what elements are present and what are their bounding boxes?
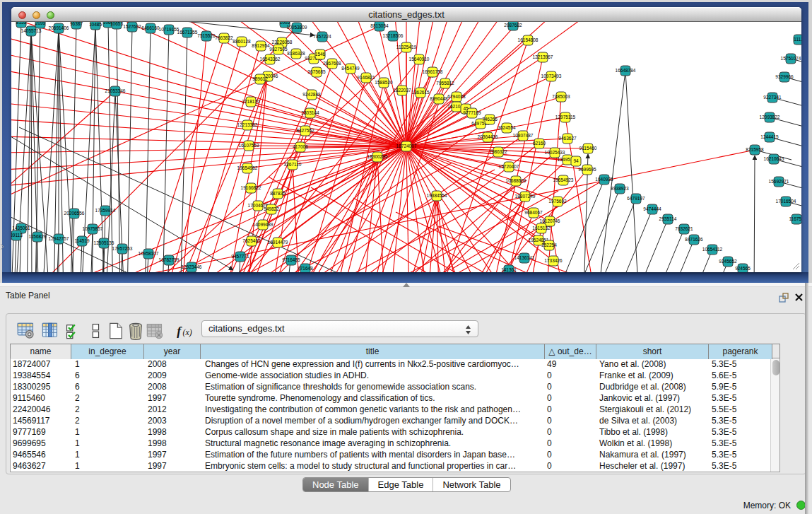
svg-text:2087682: 2087682: [504, 23, 522, 28]
svg-text:8215958: 8215958: [746, 147, 764, 152]
svg-text:94: 94: [573, 158, 579, 163]
svg-text:8454749: 8454749: [341, 66, 360, 71]
svg-text:10807487: 10807487: [513, 133, 534, 138]
svg-text:14055713: 14055713: [21, 28, 42, 33]
svg-text:15720407: 15720407: [499, 164, 519, 169]
svg-text:417006: 417006: [293, 144, 308, 149]
svg-text:1733426: 1733426: [544, 258, 563, 263]
svg-text:19654923: 19654923: [553, 177, 574, 182]
svg-text:12093822: 12093822: [760, 115, 780, 119]
svg-text:1435061: 1435061: [12, 226, 30, 230]
svg-text:15692971: 15692971: [769, 179, 789, 184]
svg-text:15640910: 15640910: [409, 57, 430, 62]
svg-text:15751074: 15751074: [781, 56, 801, 61]
svg-text:9684067: 9684067: [524, 210, 543, 215]
svg-text:8186328: 8186328: [287, 51, 305, 56]
svg-text:7663822: 7663822: [215, 35, 233, 40]
svg-text:13218506: 13218506: [383, 33, 404, 38]
svg-text:746266: 746266: [482, 117, 498, 122]
svg-text:9227341: 9227341: [763, 95, 782, 100]
svg-text:16961758: 16961758: [423, 69, 443, 74]
svg-text:3675685: 3675685: [307, 69, 326, 74]
svg-text:9699695: 9699695: [578, 167, 596, 172]
svg-text:1546: 1546: [315, 52, 326, 57]
svg-text:8813054: 8813054: [370, 23, 389, 28]
svg-text:2935114: 2935114: [659, 216, 677, 221]
svg-text:989612: 989612: [252, 76, 268, 81]
svg-text:18724007: 18724007: [396, 144, 417, 148]
svg-text:2099: 2099: [35, 22, 46, 25]
svg-text:12942757: 12942757: [49, 236, 69, 241]
svg-text:10688609: 10688609: [506, 178, 526, 183]
svg-text:887835: 887835: [270, 191, 286, 196]
svg-text:116753: 116753: [789, 216, 801, 221]
svg-text:16914479: 16914479: [268, 240, 288, 245]
svg-text:12213382: 12213382: [237, 122, 258, 127]
svg-text:19384554: 19384554: [427, 193, 447, 198]
svg-text:9777169: 9777169: [463, 110, 481, 115]
svg-text:1362615: 1362615: [411, 90, 430, 95]
svg-text:8471626: 8471626: [685, 237, 703, 242]
svg-text:10485: 10485: [89, 22, 102, 27]
svg-text:9716485: 9716485: [282, 257, 300, 262]
svg-text:8153: 8153: [16, 22, 27, 25]
svg-text:9827505: 9827505: [269, 47, 288, 52]
svg-text:16107553: 16107553: [239, 143, 259, 148]
svg-text:7857224: 7857224: [313, 34, 331, 39]
svg-text:12975115: 12975115: [555, 115, 576, 119]
svg-text:96387: 96387: [70, 22, 83, 26]
svg-text:1640935: 1640935: [595, 177, 613, 182]
svg-text:1112: 1112: [794, 37, 801, 42]
svg-text:9329966: 9329966: [775, 74, 794, 79]
svg-text:7485003: 7485003: [552, 94, 570, 99]
svg-text:1615132: 1615132: [532, 226, 551, 230]
svg-text:17359914: 17359914: [95, 208, 116, 213]
svg-text:14099489: 14099489: [253, 222, 273, 227]
svg-text:2867608: 2867608: [323, 61, 341, 66]
svg-text:1527602: 1527602: [123, 24, 141, 29]
svg-text:2718170: 2718170: [242, 99, 260, 104]
svg-text:12505135: 12505135: [94, 240, 114, 245]
svg-text:1588520: 1588520: [375, 80, 393, 85]
svg-text:10654112: 10654112: [702, 247, 723, 252]
svg-text:1822037: 1822037: [393, 88, 411, 93]
svg-text:10975857: 10975857: [83, 226, 103, 231]
svg-text:20364436: 20364436: [478, 134, 498, 139]
svg-text:16648784: 16648784: [616, 68, 636, 73]
svg-text:3624554: 3624554: [498, 125, 516, 130]
svg-text:19654982: 19654982: [237, 165, 258, 170]
svg-text:10958107: 10958107: [139, 251, 159, 256]
svg-text:20691406: 20691406: [49, 25, 69, 30]
svg-text:11325419: 11325419: [396, 45, 417, 49]
svg-text:17957253: 17957253: [112, 246, 133, 251]
svg-text:924565: 924565: [735, 266, 751, 271]
svg-text:9457771: 9457771: [231, 254, 249, 259]
svg-text:252254: 252254: [541, 243, 557, 247]
svg-text:8938923: 8938923: [611, 186, 629, 191]
svg-text:1975692: 1975692: [548, 199, 567, 204]
svg-text:6794028: 6794028: [447, 94, 466, 99]
svg-text:7955812: 7955812: [436, 81, 454, 86]
svg-text:8860128: 8860128: [233, 39, 251, 44]
svg-text:8427552: 8427552: [296, 128, 314, 133]
svg-text:14136141: 14136141: [514, 255, 535, 260]
svg-text:16120746: 16120746: [540, 218, 560, 223]
svg-text:549822: 549822: [264, 206, 279, 211]
svg-text:12213967: 12213967: [533, 54, 553, 59]
svg-text:39113: 39113: [11, 233, 23, 238]
svg-text:10719155: 10719155: [159, 27, 180, 32]
svg-text:62160: 62160: [533, 141, 546, 146]
svg-text:971648: 971648: [298, 266, 313, 271]
svg-text:10053809: 10053809: [287, 25, 307, 30]
svg-text:16543362: 16543362: [260, 57, 281, 62]
svg-text:9245652: 9245652: [719, 259, 737, 264]
svg-text:9463627: 9463627: [558, 136, 577, 141]
svg-text:10025433: 10025433: [545, 150, 565, 155]
svg-text:9146821: 9146821: [357, 75, 375, 80]
svg-text:10653: 10653: [110, 22, 123, 26]
svg-text:7515526: 7515526: [197, 33, 216, 38]
svg-text:16210643: 16210643: [764, 156, 784, 161]
svg-text:1156829: 1156829: [29, 234, 47, 239]
svg-text:20206556: 20206556: [64, 211, 85, 216]
svg-text:6479197: 6479197: [627, 196, 645, 201]
